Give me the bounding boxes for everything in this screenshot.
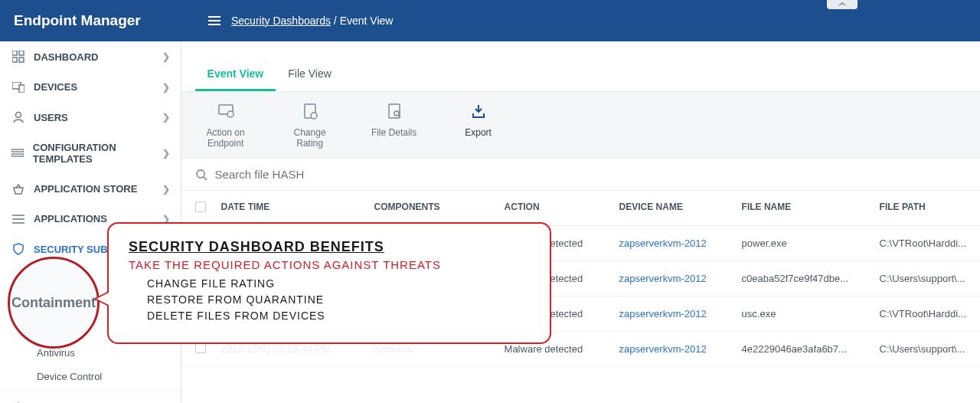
templates-icon [11,148,25,159]
shield-icon [11,243,26,255]
row-checkbox[interactable] [195,342,206,353]
sidebar-item-dashboard[interactable]: DASHBOARD ❯ [0,41,181,72]
col-file-path[interactable]: FILE PATH [880,202,966,215]
export-button[interactable]: Export [448,101,509,138]
cell-date-time: 2018/10/02 04:29:44 PM [221,343,374,355]
col-file-name[interactable]: FILE NAME [742,202,880,215]
cell-device: zapserverkvm-2012 [619,238,742,249]
sidebar-item-label: APPLICATIONS [34,213,107,224]
breadcrumb-current: Event View [340,15,394,27]
breadcrumb-link[interactable]: Security Dashboards [231,15,331,27]
callout-title: SECURITY DASHBOARD BENEFITS [129,239,530,255]
table-header: DATE TIME COMPONENTS ACTION DEVICE NAME … [181,191,980,226]
sidebar-item-label: DASHBOARD [34,51,99,63]
svg-rect-0 [12,51,17,55]
toolbar: Action on Endpoint Change Rating File De… [181,92,980,158]
search-icon [195,169,207,181]
svg-point-16 [311,113,317,119]
sidebar-item-app-store[interactable]: APPLICATION STORE ❯ [0,174,181,204]
svg-point-6 [16,113,21,118]
tab-file-view[interactable]: File View [276,57,344,91]
chevron-right-icon: ❯ [162,51,170,62]
callout-subtitle: TAKE THE REQUIRED ACTIONS AGAINST THREAT… [129,258,530,271]
col-action[interactable]: ACTION [505,202,619,215]
app-header: Endpoint Manager Security Dashboards / E… [0,0,980,41]
select-all-checkbox[interactable] [195,202,206,212]
callout-bullet: RESTORE FROM QUARANTINE [129,292,530,308]
cell-file-name: usc.exe [742,308,880,319]
export-icon [472,101,485,121]
cell-file-name: 4e2229046ae3afa6b7... [742,343,880,355]
svg-rect-1 [19,51,24,55]
search-bar [181,158,980,191]
endpoint-icon [217,101,234,121]
sidebar-item-users[interactable]: USERS ❯ [0,102,181,133]
breadcrumb: Security Dashboards / Event View [231,15,393,27]
col-components[interactable]: COMPONENTS [374,202,505,215]
tab-event-view[interactable]: Event View [195,57,276,91]
device-link[interactable]: zapserverkvm-2012 [619,308,707,319]
chevron-right-icon: ❯ [162,82,170,93]
search-input[interactable] [215,168,966,181]
action-on-endpoint-button[interactable]: Action on Endpoint [195,101,256,149]
chevron-right-icon: ❯ [162,184,170,195]
sidebar-item-config-templates[interactable]: CONFIGURATION TEMPLATES ❯ [0,133,181,174]
file-search-icon [387,101,402,121]
file-details-button[interactable]: File Details [364,101,425,138]
sidebar-item-label: USERS [34,112,68,123]
svg-rect-5 [19,85,24,93]
svg-point-14 [227,111,234,117]
cell-action: Malware detected [505,343,619,355]
svg-point-20 [197,170,204,178]
user-icon [11,111,26,123]
device-link[interactable]: zapserverkvm-2012 [619,343,707,355]
sidebar-item-label: CONFIGURATION TEMPLATES [33,142,170,165]
cell-file-path: C:\VTRoot\Harddi... [880,308,966,319]
cell-file-path: C:\Users\support\... [880,343,966,355]
cell-device: zapserverkvm-2012 [619,273,742,284]
devices-icon [11,82,26,93]
lens-label: Containment [11,295,96,311]
cell-components: Antivirus [374,343,505,355]
tabs: Event View File View [181,57,980,92]
cell-file-path: C:\VTRoot\Harddi... [880,238,966,249]
callout-bullet: CHANGE FILE RATING [129,276,530,292]
col-device-name[interactable]: DEVICE NAME [619,202,742,215]
chevron-right-icon: ❯ [162,148,170,159]
sidebar-sub-device-control[interactable]: Device Control [0,365,181,388]
cell-file-path: C:\Users\support\... [880,273,966,284]
cell-device: zapserverkvm-2012 [619,343,742,355]
collapse-handle[interactable] [827,0,858,9]
device-link[interactable]: zapserverkvm-2012 [619,273,707,284]
basket-icon [11,184,26,195]
cell-file-name: power.exe [742,238,880,249]
rating-icon [302,101,318,121]
svg-rect-7 [11,149,24,152]
sidebar-sub-antivirus[interactable]: Antivirus [0,341,181,365]
svg-rect-2 [12,57,17,62]
info-callout: SECURITY DASHBOARD BENEFITS TAKE THE REQ… [107,222,551,344]
svg-rect-8 [11,154,24,156]
grid-icon [11,51,26,63]
sidebar-item-label: APPLICATION STORE [34,183,137,195]
menu-icon[interactable] [208,16,220,25]
cell-file-name: c0eaba52f7ce9f47dbe... [742,273,880,284]
magnifier-highlight: Containment [8,257,100,349]
callout-bullet: DELETE FILES FROM DEVICES [129,308,530,324]
header-right: Security Dashboards / Event View [201,15,393,27]
device-link[interactable]: zapserverkvm-2012 [619,238,707,249]
change-rating-button[interactable]: Change Rating [279,101,341,149]
cell-device: zapserverkvm-2012 [619,308,742,319]
svg-line-21 [204,177,207,180]
sidebar-item-label: DEVICES [34,81,77,93]
col-date-time[interactable]: DATE TIME [221,202,374,215]
brand-title: Endpoint Manager [0,12,201,29]
list-icon [11,214,26,224]
svg-rect-3 [19,57,24,62]
sidebar-item-devices[interactable]: DEVICES ❯ [0,72,181,102]
chevron-right-icon: ❯ [162,112,170,123]
sidebar-item-settings[interactable]: SETTINGS [0,392,181,403]
